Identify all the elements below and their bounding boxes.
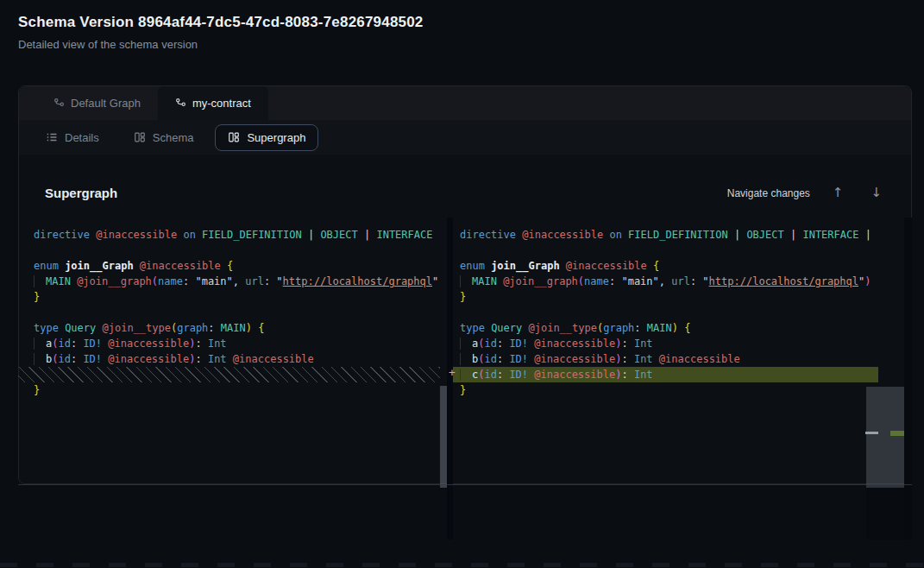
code-line: a(id: ID! @inaccessible): Int xyxy=(18,336,440,351)
supergraph-heading: Supergraph xyxy=(45,186,117,200)
indent-guide xyxy=(34,353,46,365)
indent-guide xyxy=(34,275,46,287)
subtab-label: Supergraph xyxy=(247,131,305,144)
code-line: a(id: ID! @inaccessible): Int xyxy=(453,336,878,351)
code-line xyxy=(18,305,440,320)
navigate-changes-label: Navigate changes xyxy=(727,187,810,199)
split-panels-icon xyxy=(134,131,146,143)
minimap-change-mark xyxy=(865,432,878,434)
diff-original-pane[interactable]: directive @inaccessible on FIELD_DEFINIT… xyxy=(18,218,440,540)
indent-guide xyxy=(460,275,472,287)
code-line: enum join__Graph @inaccessible { xyxy=(453,258,878,274)
code-line: } xyxy=(453,382,878,398)
left-scrollbar-thumb[interactable] xyxy=(440,386,447,488)
code-line xyxy=(453,305,878,320)
code-line xyxy=(18,243,440,258)
indent-guide xyxy=(460,353,472,365)
page-title: Schema Version 8964af44-7dc5-47cd-8083-7… xyxy=(18,14,424,31)
tab-schema[interactable]: Schema xyxy=(121,124,207,151)
code-line: type Query @join__type(graph: MAIN) { xyxy=(453,320,878,336)
branch-icon xyxy=(175,98,186,109)
indent-guide xyxy=(460,369,472,381)
subtab-label: Details xyxy=(65,131,99,144)
tab-supergraph[interactable]: Supergraph xyxy=(215,124,318,151)
tab-default-graph[interactable]: Default Graph xyxy=(36,86,158,120)
card-bottom-border xyxy=(18,484,912,485)
bottom-dashed-strip xyxy=(0,563,924,567)
code-line: MAIN @join__graph(name: "main", url: "ht… xyxy=(18,274,440,289)
overview-ruler xyxy=(904,218,912,540)
indent-guide xyxy=(460,338,472,350)
tab-details[interactable]: Details xyxy=(33,124,112,151)
inserted-line-marker: + xyxy=(444,366,460,379)
split-panels-icon xyxy=(228,131,240,143)
subtab-label: Schema xyxy=(153,131,194,144)
code-line xyxy=(453,243,878,258)
diff-spacer-line xyxy=(18,367,440,382)
added-code-line: c(id: ID! @inaccessible): Int xyxy=(453,367,878,382)
minimap-slider[interactable] xyxy=(866,387,904,488)
tab-my-contract[interactable]: my-contract xyxy=(158,86,268,120)
tab-label: my-contract xyxy=(192,97,251,110)
navigate-changes: Navigate changes ↑ ↓ xyxy=(727,185,887,201)
overview-insertion-mark xyxy=(890,431,904,436)
view-tab-strip: Details Schema Supergraph xyxy=(19,120,911,155)
code-line: directive @inaccessible on FIELD_DEFINIT… xyxy=(18,227,440,243)
code-line: directive @inaccessible on FIELD_DEFINIT… xyxy=(453,227,878,243)
modified-code: directive @inaccessible on FIELD_DEFINIT… xyxy=(453,227,912,398)
tab-label: Default Graph xyxy=(71,97,141,110)
code-line: MAIN @join__graph(name: "main", url: "ht… xyxy=(453,274,878,289)
indent-guide xyxy=(34,338,46,350)
list-details-icon xyxy=(46,131,58,143)
code-line: } xyxy=(18,289,440,305)
supergraph-diff-editor: directive @inaccessible on FIELD_DEFINIT… xyxy=(18,218,912,540)
graph-tab-strip: Default Graph my-contract xyxy=(19,86,911,120)
previous-change-button[interactable]: ↑ xyxy=(827,185,849,201)
code-line: b(id: ID! @inaccessible): Int @inaccessi… xyxy=(18,351,440,367)
code-line: } xyxy=(18,382,440,398)
original-code: directive @inaccessible on FIELD_DEFINIT… xyxy=(18,227,440,398)
diff-modified-pane[interactable]: directive @inaccessible on FIELD_DEFINIT… xyxy=(453,218,912,540)
code-line: } xyxy=(453,289,878,305)
branch-icon xyxy=(53,98,65,109)
code-line: b(id: ID! @inaccessible): Int @inaccessi… xyxy=(453,351,878,367)
code-line: type Query @join__type(graph: MAIN) { xyxy=(18,320,440,336)
page-subtitle: Detailed view of the schema version xyxy=(18,38,198,51)
next-change-button[interactable]: ↓ xyxy=(865,185,887,201)
code-line: enum join__Graph @inaccessible { xyxy=(18,258,440,274)
schema-version-page: Schema Version 8964af44-7dc5-47cd-8083-7… xyxy=(0,0,924,568)
